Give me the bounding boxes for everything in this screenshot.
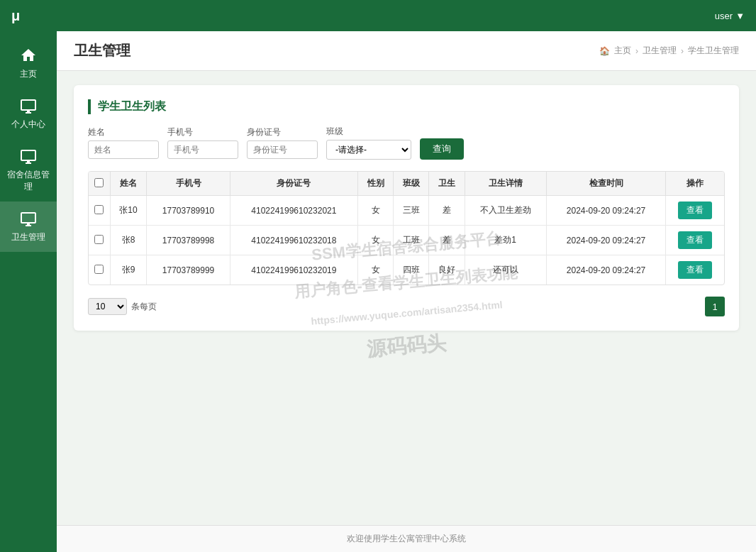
col-class: 班级 [394,172,429,196]
sidebar-item-home[interactable]: 主页 [0,38,57,89]
search-id-input[interactable] [247,140,318,159]
row-action-0: 查看 [666,196,724,226]
watermark-4: 源码码头 [366,329,448,363]
page-size-select[interactable]: 10 20 50 100 [88,298,127,315]
select-all-checkbox[interactable] [94,178,104,187]
page-header: 卫生管理 🏠 主页 › 卫生管理 › 学生卫生管理 [57,31,756,71]
search-phone-field: 手机号 [167,126,238,159]
row-checkbox-cell [89,196,110,226]
hygiene-table-wrapper: 姓名 手机号 身份证号 性别 班级 卫生 卫生详情 检查时间 操作 [88,171,725,285]
table-row: 张8 17703789998 410224199610232018 女 工班 差… [89,226,724,255]
breadcrumb: 🏠 主页 › 卫生管理 › 学生卫生管理 [599,45,739,57]
table-header-row: 姓名 手机号 身份证号 性别 班级 卫生 卫生详情 检查时间 操作 [89,172,724,196]
footer: 欢迎使用学生公寓管理中心系统 [57,525,756,552]
row-action-1: 查看 [666,226,724,255]
search-class-label: 班级 [326,126,411,138]
page-size-control: 10 20 50 100 条每页 [88,298,157,315]
sidebar-item-dorm-label: 宿舍信息管理 [6,169,51,193]
row-action-2: 查看 [666,255,724,285]
search-name-label: 姓名 [88,126,159,138]
row-idcard-1: 410224199610232018 [230,226,357,255]
table-row: 张10 17703789910 410224199610232021 女 三班 … [89,196,724,226]
row-hygiene-0: 差 [429,196,465,226]
col-hygiene: 卫生 [429,172,465,196]
breadcrumb-section: 卫生管理 [643,45,677,57]
row-check-time-1: 2024-09-20 09:24:27 [546,226,666,255]
row-checkbox-2[interactable] [94,265,104,274]
dorm-icon [20,148,37,165]
row-class-0: 三班 [394,196,429,226]
table-row: 张9 17703789999 410224199610232019 女 四班 良… [89,255,724,285]
page-title: 卫生管理 [74,41,130,60]
col-phone: 手机号 [147,172,230,196]
search-phone-input[interactable] [167,140,238,159]
sidebar-item-profile[interactable]: 个人中心 [0,89,57,139]
row-class-1: 工班 [394,226,429,255]
page-buttons: 1 [705,297,725,316]
user-menu[interactable]: user ▼ [715,11,745,21]
row-hygiene-1: 差 [429,226,465,255]
breadcrumb-sep1: › [635,46,638,56]
footer-text: 欢迎使用学生公寓管理中心系统 [347,534,466,543]
search-class-select[interactable]: -请选择- 一班 二班 三班 四班 五班 [326,140,411,160]
per-page-label: 条每页 [131,301,157,313]
row-checkbox-0[interactable] [94,205,104,214]
row-name-2: 张9 [110,255,147,285]
sidebar-item-dorm[interactable]: 宿舍信息管理 [0,139,57,202]
content-wrapper: SSM学生宿舍综合服务平台 用户角色-查看学生卫生列表功能 https://ww… [57,71,756,525]
main-content: 卫生管理 🏠 主页 › 卫生管理 › 学生卫生管理 SSM学生宿舍综合服务平台 … [57,31,756,552]
col-gender: 性别 [358,172,394,196]
breadcrumb-home: 主页 [614,45,631,57]
row-hygiene-detail-2: 还可以 [465,255,546,285]
breadcrumb-current: 学生卫生管理 [688,45,739,57]
row-gender-2: 女 [358,255,394,285]
view-button-1[interactable]: 查看 [678,231,712,249]
row-check-time-2: 2024-09-20 09:24:27 [546,255,666,285]
search-phone-label: 手机号 [167,126,238,138]
hygiene-table: 姓名 手机号 身份证号 性别 班级 卫生 卫生详情 检查时间 操作 [89,172,724,285]
row-gender-0: 女 [358,196,394,226]
search-name-field: 姓名 [88,126,159,159]
sidebar-item-profile-label: 个人中心 [11,118,45,131]
sidebar-item-home-label: 主页 [20,68,37,80]
col-check-time: 检查时间 [546,172,666,196]
hygiene-card: 学生卫生列表 姓名 手机号 身份证号 [74,85,739,331]
row-idcard-2: 410224199610232019 [230,255,357,285]
row-phone-1: 17703789998 [147,226,230,255]
col-hygiene-detail: 卫生详情 [465,172,546,196]
home-icon [20,47,37,64]
view-button-2[interactable]: 查看 [678,261,712,279]
dropdown-icon: ▼ [735,11,745,21]
search-id-label: 身份证号 [247,126,318,138]
col-checkbox [89,172,110,196]
pagination-row: 10 20 50 100 条每页 1 [88,297,725,316]
hygiene-icon [20,210,37,227]
sidebar-item-hygiene-label: 卫生管理 [11,231,45,243]
row-checkbox-1[interactable] [94,235,104,244]
logo: μ [11,8,20,24]
topbar: μ user ▼ [0,0,756,31]
user-label: user [715,11,733,21]
col-action: 操作 [666,172,724,196]
row-hygiene-2: 良好 [429,255,465,285]
row-name-0: 张10 [110,196,147,226]
col-idcard: 身份证号 [230,172,357,196]
sidebar: 主页 个人中心 宿舍信息管理 卫生管理 [0,31,57,552]
row-phone-0: 17703789910 [147,196,230,226]
view-button-0[interactable]: 查看 [678,202,712,219]
row-phone-2: 17703789999 [147,255,230,285]
page-1-button[interactable]: 1 [705,297,725,316]
row-check-time-0: 2024-09-20 09:24:27 [546,196,666,226]
sidebar-item-hygiene[interactable]: 卫生管理 [0,202,57,252]
row-name-1: 张8 [110,226,147,255]
search-class-field: 班级 -请选择- 一班 二班 三班 四班 五班 [326,126,411,160]
breadcrumb-home-icon: 🏠 [599,46,610,56]
search-name-input[interactable] [88,140,159,159]
row-checkbox-cell [89,255,110,285]
query-button[interactable]: 查询 [420,138,464,160]
row-hygiene-detail-1: 差劲1 [465,226,546,255]
col-name: 姓名 [110,172,147,196]
search-id-field: 身份证号 [247,126,318,159]
monitor-icon [20,97,37,114]
row-hygiene-detail-0: 不入卫生差劲 [465,196,546,226]
